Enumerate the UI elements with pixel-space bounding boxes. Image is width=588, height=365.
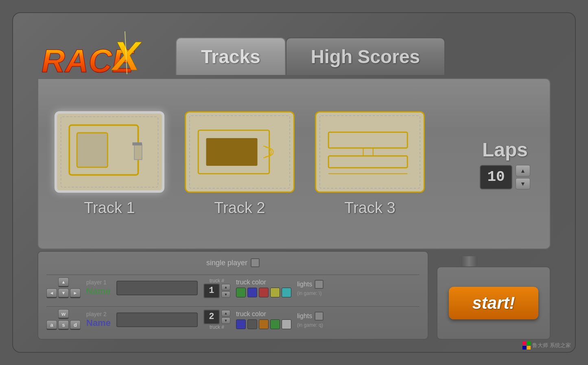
player-2-color-section: truck color xyxy=(236,310,291,329)
tab-tracks-label: Tracks xyxy=(201,46,260,67)
track-preview-1[interactable] xyxy=(55,111,164,193)
player-1-truck-arrows: ▲ ▼ xyxy=(221,284,230,298)
tab-high-scores[interactable]: High Scores xyxy=(286,37,445,75)
color-swatch-orange-2[interactable] xyxy=(259,319,269,329)
player-2-color-label: truck color xyxy=(236,310,266,318)
player-2-lights-checkbox[interactable] xyxy=(315,312,324,321)
player-2-num-label: player 2 xyxy=(86,311,107,318)
player-2-ingame-note: (in game: q) xyxy=(297,322,323,328)
track-preview-2[interactable] xyxy=(185,111,295,193)
track-3-label: Track 3 xyxy=(344,199,395,217)
player-1-color-section: truck color xyxy=(236,279,291,297)
svg-rect-21 xyxy=(522,346,526,350)
laps-label: Laps xyxy=(482,139,528,161)
tab-high-scores-label: High Scores xyxy=(311,46,420,67)
svg-rect-20 xyxy=(527,341,531,345)
player-2-name-input[interactable] xyxy=(116,312,198,327)
key-up: ▲ xyxy=(58,277,69,287)
svg-rect-8 xyxy=(132,142,142,145)
color-swatch-blue-1[interactable] xyxy=(247,288,257,297)
player-1-truck-label: truck # xyxy=(210,278,224,284)
track-2-label: Track 2 xyxy=(214,199,265,217)
player-1-lights-label: lights xyxy=(297,281,312,288)
player-2-color-swatches xyxy=(236,319,291,329)
key-right: ► xyxy=(70,288,81,298)
key-a: a xyxy=(46,320,57,330)
tab-tracks[interactable]: Tracks xyxy=(176,37,286,75)
player-1-row: ▲ ◄ ▼ ► player 1 Name truc xyxy=(46,275,420,301)
player-2-truck-up[interactable]: ▲ xyxy=(221,310,230,317)
track-1-label: Track 1 xyxy=(84,199,135,217)
color-swatch-green-1[interactable] xyxy=(236,288,246,297)
player-1-num-label: player 1 xyxy=(86,279,107,286)
color-swatch-yellow-1[interactable] xyxy=(270,288,280,297)
track-card-2[interactable]: Track 2 xyxy=(185,111,295,217)
watermark-text: 鲁大师 系统之家 xyxy=(532,342,571,349)
tracks-container: Track 1 Track xyxy=(55,111,460,217)
laps-display: 10 xyxy=(480,165,512,189)
players-panel: single player ▲ ◄ ▼ ► xyxy=(37,251,428,340)
color-swatch-blue-2[interactable] xyxy=(236,319,246,329)
player-2-truck-section: 2 ▲ ▼ truck # xyxy=(203,310,230,330)
tabs-area: Tracks High Scores xyxy=(176,37,445,75)
color-swatch-green-2[interactable] xyxy=(270,319,280,329)
player-1-lights-checkbox[interactable] xyxy=(315,280,324,289)
player-2-lights-label: lights xyxy=(297,312,312,320)
player-2-truck-down[interactable]: ▼ xyxy=(221,317,230,324)
start-panel: start! xyxy=(437,266,551,340)
watermark: 鲁大师 系统之家 xyxy=(522,341,571,350)
start-button[interactable]: start! xyxy=(449,287,538,319)
key-down: ▼ xyxy=(58,288,69,298)
player-2-truck-label: truck # xyxy=(210,324,224,330)
laps-arrows: ▲ ▼ xyxy=(516,165,530,189)
player-1-lights-section: lights (in game: \) xyxy=(297,280,324,296)
player-1-truck-down[interactable]: ▼ xyxy=(221,291,230,298)
bottom-section: single player ▲ ◄ ▼ ► xyxy=(37,251,551,340)
main-container: RACE X Tracks High Scores xyxy=(12,12,576,353)
player-1-name-input[interactable] xyxy=(116,281,198,295)
color-swatch-cyan-1[interactable] xyxy=(282,288,291,297)
laps-section: Laps 10 ▲ ▼ xyxy=(477,139,533,189)
svg-rect-19 xyxy=(522,341,526,345)
key-d: d xyxy=(70,320,81,330)
single-player-label: single player xyxy=(206,259,247,267)
player-2-controls: w a s d xyxy=(46,309,81,330)
key-left: ◄ xyxy=(46,288,57,298)
player-1-ingame-note: (in game: \) xyxy=(297,290,322,296)
player-2-truck-display: 2 xyxy=(203,310,220,324)
player-2-truck-arrows: ▲ ▼ xyxy=(221,310,230,324)
player-1-truck-section: truck # 1 ▲ ▼ xyxy=(203,278,230,298)
player-1-name-label: Name xyxy=(86,286,111,297)
laps-up-button[interactable]: ▲ xyxy=(516,165,530,176)
laps-down-button[interactable]: ▼ xyxy=(516,178,530,189)
player-1-truck-up[interactable]: ▲ xyxy=(221,284,230,290)
track-card-3[interactable]: Track 3 xyxy=(315,111,425,217)
player-1-controls: ▲ ◄ ▼ ► xyxy=(46,277,81,298)
svg-rect-7 xyxy=(134,144,142,160)
svg-rect-22 xyxy=(527,346,531,350)
player-2-name-label: Name xyxy=(86,318,111,328)
content-panel: Track 1 Track xyxy=(37,78,551,249)
svg-rect-11 xyxy=(206,138,258,166)
player-2-lights-section: lights (in game: q) xyxy=(297,312,324,328)
key-w: w xyxy=(58,309,69,319)
player-1-truck-display: 1 xyxy=(203,284,220,298)
laps-control: 10 ▲ ▼ xyxy=(480,165,530,189)
player-2-row: w a s d player 2 Name xyxy=(46,306,420,332)
track-preview-3[interactable] xyxy=(315,111,425,193)
color-swatch-red-1[interactable] xyxy=(259,288,269,297)
key-s: s xyxy=(58,320,69,330)
color-swatch-silver-2[interactable] xyxy=(282,319,291,329)
color-swatch-dark-2[interactable] xyxy=(247,319,257,329)
track-card-1[interactable]: Track 1 xyxy=(55,111,164,217)
single-player-checkbox[interactable] xyxy=(251,258,260,267)
player-1-color-label: truck color xyxy=(236,279,266,286)
svg-rect-13 xyxy=(317,112,423,191)
player-1-color-swatches xyxy=(236,288,291,297)
svg-rect-6 xyxy=(77,133,107,167)
single-player-row: single player xyxy=(46,258,420,267)
